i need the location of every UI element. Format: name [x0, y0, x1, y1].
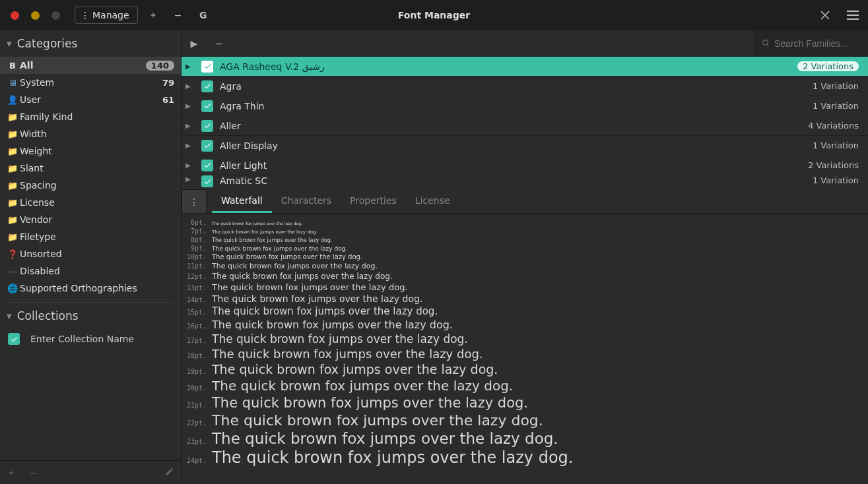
category-count: 61	[162, 95, 174, 105]
expand-icon[interactable]: ▶	[185, 175, 195, 183]
tab-characters[interactable]: Characters	[272, 190, 341, 213]
category-item[interactable]: 📁Vendor	[0, 211, 181, 228]
checkbox-icon[interactable]	[201, 61, 213, 73]
expand-icon[interactable]: ▶	[185, 142, 195, 149]
category-item[interactable]: 👤User61	[0, 91, 181, 108]
collection-item[interactable]: Enter Collection Name	[0, 329, 181, 349]
expand-all-icon[interactable]: ▶	[182, 34, 207, 53]
waterfall-sample-text: The quick brown fox jumps over the lazy …	[212, 272, 393, 281]
waterfall-size-label: 7pt.	[182, 227, 212, 235]
tab-license[interactable]: License	[406, 190, 459, 213]
font-family-row[interactable]: ▶AGA Rasheeq V.2 رشيق2 Variations	[182, 57, 868, 76]
waterfall-size-label: 8pt.	[182, 236, 212, 243]
variation-count: 4 Variations	[808, 121, 859, 131]
search-input[interactable]	[774, 38, 860, 49]
waterfall-sample-text: The quick brown fox jumps over the lazy …	[212, 378, 513, 394]
waterfall-line: 16pt.The quick brown fox jumps over the …	[182, 318, 868, 332]
waterfall-size-label: 21pt.	[182, 402, 212, 409]
checkbox-icon[interactable]	[201, 100, 213, 112]
category-item[interactable]: 📁Spacing	[0, 177, 181, 194]
font-family-row[interactable]: ▶Amatic SC1 Variation	[182, 175, 868, 187]
collection-list: Enter Collection Name	[0, 326, 181, 351]
edit-icon[interactable]	[165, 467, 174, 478]
category-icon: 📁	[5, 198, 20, 208]
font-family-row[interactable]: ▶Agra Thin1 Variation	[182, 96, 868, 116]
minimize-window-icon[interactable]	[31, 11, 40, 20]
collection-label: Enter Collection Name	[30, 334, 134, 344]
glyph-button[interactable]: G	[193, 5, 213, 25]
category-item[interactable]: 🖥System79	[0, 74, 181, 91]
category-item[interactable]: 📁Filetype	[0, 228, 181, 245]
waterfall-size-label: 12pt.	[182, 273, 212, 280]
search-box[interactable]	[754, 30, 868, 56]
remove-collection-icon[interactable]: −	[29, 468, 37, 478]
font-family-row[interactable]: ▶Aller Display1 Variation	[182, 136, 868, 156]
waterfall-line: 6pt.The quick brown fox jumps over the l…	[182, 219, 868, 227]
waterfall-sample-text: The quick brown fox jumps over the lazy …	[212, 347, 483, 361]
category-item[interactable]: ❓Unsorted	[0, 245, 181, 262]
waterfall-line: 7pt.The quick brown fox jumps over the l…	[182, 227, 868, 236]
add-button[interactable]: ＋	[143, 5, 163, 25]
font-family-row[interactable]: ▶Aller Light2 Variations	[182, 156, 868, 175]
waterfall-line: 10pt.The quick brown fox jumps over the …	[182, 253, 868, 262]
maximize-window-icon[interactable]	[51, 11, 60, 20]
waterfall-size-label: 20pt.	[182, 384, 212, 392]
font-family-row[interactable]: ▶Aller4 Variations	[182, 116, 868, 136]
sidebar: ▼ Categories BAll140🖥System79👤User61📁Fam…	[0, 30, 182, 484]
close-window-icon[interactable]	[11, 11, 19, 20]
manage-label: Manage	[92, 10, 129, 20]
waterfall-sample-text: The quick brown fox jumps over the lazy …	[212, 332, 468, 346]
search-icon	[762, 39, 770, 47]
tools-icon[interactable]	[815, 5, 835, 25]
categories-header[interactable]: ▼ Categories	[0, 30, 181, 54]
title-bar: ⋮ Manage ＋ − G Font Manager	[0, 0, 868, 30]
category-label: Weight	[20, 146, 174, 156]
tab-properties[interactable]: Properties	[341, 190, 406, 213]
manage-button[interactable]: ⋮ Manage	[75, 7, 138, 24]
category-label: Spacing	[20, 180, 174, 191]
variation-count: 1 Variation	[813, 81, 859, 91]
add-collection-icon[interactable]: ＋	[7, 467, 16, 479]
expand-icon[interactable]: ▶	[185, 102, 195, 109]
hamburger-menu-icon[interactable]	[843, 5, 863, 25]
font-name: Amatic SC	[220, 175, 806, 186]
checkbox-icon[interactable]	[201, 140, 213, 152]
category-item[interactable]: 🌐Supported Orthographies	[0, 280, 181, 297]
category-item[interactable]: 📁Width	[0, 125, 181, 142]
font-toolbar: ▶ −	[182, 30, 868, 57]
expand-icon[interactable]: ▶	[185, 63, 195, 70]
category-label: User	[20, 94, 162, 105]
category-icon: 🖥	[5, 78, 20, 88]
collections-header[interactable]: ▼ Collections	[0, 303, 181, 326]
tab-waterfall[interactable]: Waterfall	[212, 190, 272, 213]
waterfall-size-label: 15pt.	[182, 309, 212, 316]
remove-button[interactable]: −	[168, 5, 188, 25]
preview-tabs: ⋮ WaterfallCharactersPropertiesLicense	[182, 187, 868, 214]
waterfall-size-label: 22pt.	[182, 419, 212, 427]
category-item[interactable]: 📁Slant	[0, 160, 181, 177]
expand-icon[interactable]: ▶	[185, 82, 195, 90]
category-item[interactable]: —Disabled	[0, 262, 181, 280]
tab-menu-icon[interactable]: ⋮	[182, 189, 207, 213]
category-item[interactable]: 📁License	[0, 194, 181, 211]
waterfall-size-label: 6pt.	[182, 219, 212, 226]
collapse-all-icon[interactable]: −	[207, 34, 232, 53]
category-icon: 📁	[5, 129, 20, 139]
category-item[interactable]: 📁Family Kind	[0, 108, 181, 125]
collections-label: Collections	[17, 309, 79, 322]
checkbox-icon[interactable]	[201, 120, 213, 132]
variation-count: 1 Variation	[813, 175, 859, 185]
category-item[interactable]: 📁Weight	[0, 142, 181, 160]
category-item[interactable]: BAll140	[0, 57, 181, 74]
category-icon: 📁	[5, 181, 20, 191]
expand-icon[interactable]: ▶	[185, 162, 195, 169]
checkbox-icon[interactable]	[8, 333, 20, 345]
waterfall-sample-text: The quick brown fox jumps over the lazy …	[212, 293, 422, 304]
waterfall-size-label: 9pt.	[182, 245, 212, 252]
font-family-row[interactable]: ▶Agra1 Variation	[182, 76, 868, 96]
expand-icon[interactable]: ▶	[185, 122, 195, 129]
checkbox-icon[interactable]	[201, 160, 213, 171]
checkbox-icon[interactable]	[201, 80, 213, 92]
waterfall-size-label: 17pt.	[182, 337, 212, 344]
checkbox-icon[interactable]	[201, 175, 213, 187]
